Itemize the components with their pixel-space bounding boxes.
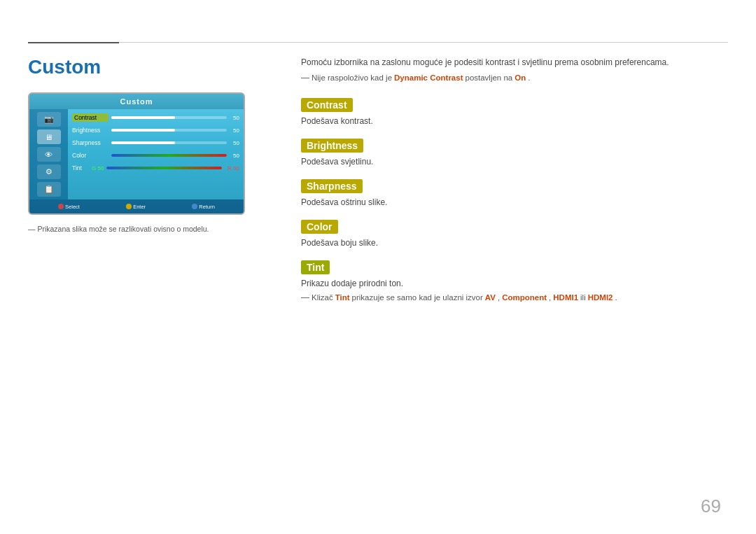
dash-prefix: — xyxy=(301,73,309,83)
top-rule-accent xyxy=(28,42,119,43)
tint-end: . xyxy=(615,293,617,302)
tv-btn-label-return: Return xyxy=(199,204,215,210)
tv-icon-1: 📷 xyxy=(37,112,61,127)
section-title-brightness: Brightness xyxy=(301,139,363,153)
section-desc-contrast: Podešava kontrast. xyxy=(301,116,728,126)
tint-note-line: — Klizač Tint prikazuje se samo kad je u… xyxy=(301,293,728,302)
tint-note-bold: Tint xyxy=(335,293,350,302)
tv-icon-4: ⚙ xyxy=(37,164,61,179)
tv-btn-enter: Enter xyxy=(126,204,146,210)
dynamic-contrast-bold: Dynamic Contrast xyxy=(394,73,463,82)
image-note: — Prikazana slika može se razlikovati ov… xyxy=(28,225,287,233)
tv-val-color: 50 xyxy=(230,153,239,159)
section-title-sharpness: Sharpness xyxy=(301,179,363,193)
tv-sidebar: 📷 🖥 👁 ⚙ 📋 xyxy=(29,109,68,199)
tv-row-sharpness: Sharpness 50 xyxy=(72,137,239,148)
on-bold: On xyxy=(514,73,526,82)
tv-val-sharpness: 50 xyxy=(230,140,239,146)
tv-btn-dot-enter xyxy=(126,204,132,209)
section-color: Color Podešava boju slike. xyxy=(301,220,728,248)
section-desc-tint: Prikazu dodaje prirodni ton. xyxy=(301,279,728,288)
tv-label-sharpness: Sharpness xyxy=(72,139,108,146)
section-title-contrast: Contrast xyxy=(301,98,353,112)
tv-label-color: Color xyxy=(72,152,108,159)
tint-ili: ili xyxy=(580,293,586,302)
tv-tint-g: G 50 xyxy=(92,165,104,171)
section-desc-color: Podešava boju slike. xyxy=(301,238,728,248)
tv-tint-r: R 50 xyxy=(227,165,239,171)
section-brightness: Brightness Podešava svjetlinu. xyxy=(301,139,728,167)
tint-component: Component xyxy=(502,293,547,302)
intro-note-line: — Nije raspoloživo kad je Dynamic Contra… xyxy=(301,73,728,83)
note-text-1: Nije raspoloživo kad je xyxy=(312,73,392,82)
tv-val-brightness: 50 xyxy=(230,127,239,134)
tv-slider-tint xyxy=(106,167,222,169)
tv-slider-contrast xyxy=(111,116,227,119)
tint-comma1: , xyxy=(498,293,500,302)
tv-btn-label-select: Select xyxy=(65,204,80,210)
tv-btn-dot-return xyxy=(192,204,197,209)
page-title: Custom xyxy=(28,56,287,78)
tv-val-contrast: 50 xyxy=(230,115,239,121)
section-tint: Tint Prikazu dodaje prirodni ton. — Kliz… xyxy=(301,260,728,302)
tv-content-area: 📷 🖥 👁 ⚙ 📋 Contrast 50 Brightness xyxy=(29,109,244,199)
tv-icon-5: 📋 xyxy=(37,182,61,197)
section-title-tint: Tint xyxy=(301,260,330,274)
right-column: Pomoću izbornika na zaslonu moguće je po… xyxy=(301,56,728,315)
tint-dash: — xyxy=(301,293,309,302)
note-text-2: postavljen na xyxy=(465,73,512,82)
tv-label-brightness: Brightness xyxy=(72,127,108,134)
tv-btn-select: Select xyxy=(58,204,80,210)
tv-slider-sharpness xyxy=(111,141,227,144)
tv-fill-sharpness xyxy=(111,141,175,144)
tv-title-text: Custom xyxy=(120,97,153,106)
tv-title-bar: Custom xyxy=(29,94,244,109)
tint-note-text2: prikazuje se samo kad je ulazni izvor xyxy=(352,293,483,302)
tv-row-brightness: Brightness 50 xyxy=(72,125,239,136)
tint-note-text1: Klizač xyxy=(312,293,333,302)
tv-btn-dot-select xyxy=(58,204,64,209)
tv-bottom-bar: Select Enter Return xyxy=(29,199,244,213)
tv-label-tint: Tint xyxy=(72,164,90,171)
tv-icon-2: 🖥 xyxy=(37,129,61,144)
tv-row-contrast: Contrast 50 xyxy=(72,112,239,123)
tint-hdmi1: HDMI1 xyxy=(553,293,578,302)
section-contrast: Contrast Podešava kontrast. xyxy=(301,98,728,126)
note-period: . xyxy=(528,73,530,82)
tv-fill-tint xyxy=(106,167,222,169)
tv-btn-return: Return xyxy=(192,204,215,210)
tint-av: AV xyxy=(485,293,496,302)
left-column: Custom Custom 📷 🖥 👁 ⚙ 📋 Contrast 5 xyxy=(28,56,287,233)
page-number: 69 xyxy=(701,496,721,517)
tv-mockup: Custom 📷 🖥 👁 ⚙ 📋 Contrast 50 xyxy=(28,92,245,215)
tv-row-color: Color 50 xyxy=(72,150,239,161)
tint-comma2: , xyxy=(549,293,551,302)
tv-fill-color xyxy=(111,154,227,157)
tv-fill-brightness xyxy=(111,129,175,132)
section-sharpness: Sharpness Podešava oštrinu slike. xyxy=(301,179,728,207)
tv-btn-label-enter: Enter xyxy=(133,204,146,210)
top-rule-line xyxy=(28,42,728,43)
section-desc-sharpness: Podešava oštrinu slike. xyxy=(301,197,728,207)
tv-label-contrast: Contrast xyxy=(72,113,108,122)
section-title-color: Color xyxy=(301,220,338,234)
tv-icon-3: 👁 xyxy=(37,147,61,162)
section-desc-brightness: Podešava svjetlinu. xyxy=(301,157,728,167)
tv-slider-color xyxy=(111,154,227,157)
tv-fill-contrast xyxy=(111,116,175,119)
tv-row-tint: Tint G 50 R 50 xyxy=(72,162,239,174)
tv-menu-area: Contrast 50 Brightness 50 Sharpness xyxy=(68,109,244,199)
tint-hdmi2: HDMI2 xyxy=(588,293,613,302)
tv-slider-brightness xyxy=(111,129,227,132)
intro-main: Pomoću izbornika na zaslonu moguće je po… xyxy=(301,56,728,69)
